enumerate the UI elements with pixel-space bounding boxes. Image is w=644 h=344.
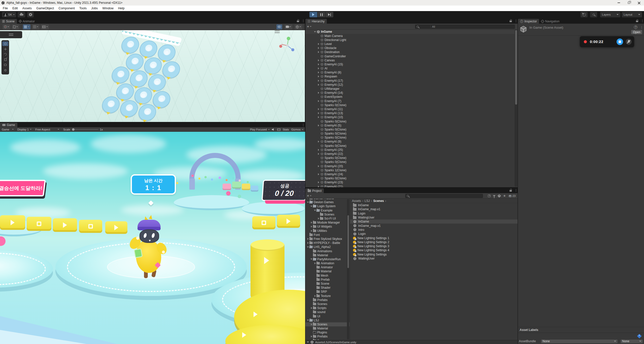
project-tree-item[interactable]: Material — [305, 326, 350, 330]
expand-arrow-icon[interactable] — [317, 124, 320, 126]
hierarchy-item[interactable]: Sparks 0(Clone) — [305, 156, 518, 160]
lock-icon[interactable] — [510, 19, 512, 22]
aspect-ratio-dropdown[interactable]: Free Aspect — [33, 127, 61, 132]
menu-tools[interactable]: Tools — [77, 6, 89, 11]
project-tree-item[interactable]: Material — [305, 269, 350, 273]
project-file[interactable]: WaitingUser — [350, 216, 518, 220]
search-button[interactable] — [590, 12, 597, 17]
scene-visibility-toggle[interactable] — [276, 24, 282, 29]
hierarchy-item[interactable]: Sparks 0(Clone) — [305, 160, 518, 164]
expand-arrow-icon[interactable] — [317, 75, 320, 77]
hierarchy-item[interactable]: UIManager — [305, 87, 518, 91]
hierarchy-item[interactable]: EnemyAI (14) — [305, 91, 518, 95]
tab-project[interactable]: Project — [305, 188, 324, 193]
tab-scene[interactable]: Scene — [0, 19, 17, 24]
plastic-scm-button[interactable] — [27, 12, 34, 17]
project-file[interactable]: New Lighting Settings 4 — [350, 248, 518, 252]
close-button[interactable] — [634, 0, 644, 6]
move-tool-button[interactable] — [2, 47, 8, 51]
hierarchy-item[interactable]: EnemyAI (25) — [305, 148, 518, 152]
project-tree-item[interactable]: Prefabs — [305, 298, 350, 302]
hierarchy-item[interactable]: EnemyAI (10) — [305, 115, 518, 119]
tree-scrollbar[interactable] — [347, 199, 349, 339]
project-tree-item[interactable]: Shader — [305, 286, 350, 290]
project-file[interactable]: New Lighting Settings 1 — [350, 236, 518, 240]
game-viewport[interactable]: 결승선에 도달하라! 남은 시간 1 : 1 성공 0 / 20 — [0, 132, 305, 344]
draw-mode-dropdown[interactable] — [3, 24, 10, 29]
lock-icon[interactable] — [510, 189, 512, 192]
expand-arrow-icon[interactable] — [317, 71, 320, 73]
expand-arrow-icon[interactable] — [313, 295, 316, 297]
hierarchy-item[interactable]: Obstacle — [305, 46, 518, 50]
expand-arrow-icon[interactable] — [310, 206, 313, 207]
expand-arrow-icon[interactable] — [317, 173, 320, 175]
expand-arrow-icon[interactable] — [317, 186, 320, 187]
overlay-handle-icon[interactable] — [275, 31, 280, 33]
account-dropdown[interactable]: SK — [2, 12, 16, 17]
cloud-services-button[interactable] — [18, 12, 25, 17]
expand-arrow-icon[interactable] — [306, 242, 309, 244]
hierarchy-item[interactable]: Directional Light — [305, 38, 518, 42]
hierarchy-item[interactable]: AI — [305, 66, 518, 70]
expand-arrow-icon[interactable] — [313, 262, 316, 264]
hierarchy-search-field[interactable]: All — [415, 25, 515, 29]
project-tree-item[interactable]: Scenes — [305, 302, 350, 306]
undo-history-button[interactable] — [581, 12, 588, 17]
project-tree-item[interactable]: UI — [305, 314, 350, 318]
menu-jobs[interactable]: Jobs — [89, 6, 100, 11]
hierarchy-item[interactable]: EnemyAI (9) — [305, 140, 518, 144]
maximize-button[interactable] — [624, 0, 634, 6]
vsync-icon[interactable] — [277, 128, 280, 131]
hierarchy-item[interactable]: EnemyAI (13) — [305, 111, 518, 115]
expand-arrow-icon[interactable] — [317, 165, 320, 167]
project-tree-item[interactable]: Scripts — [305, 306, 350, 310]
rect-tool-button[interactable] — [2, 63, 8, 67]
project-tree-item[interactable]: Animations — [305, 249, 350, 253]
microphone-muted-button[interactable] — [626, 39, 632, 45]
snap-settings-button[interactable] — [32, 24, 40, 29]
expand-arrow-icon[interactable] — [317, 47, 320, 49]
panel-menu-icon[interactable] — [641, 19, 643, 23]
stop-recording-button[interactable] — [617, 38, 623, 45]
expand-arrow-icon[interactable] — [306, 246, 309, 248]
project-tree-item[interactable]: Utilities — [305, 229, 350, 233]
scene-visibility-dropdown[interactable] — [12, 24, 19, 29]
scrollbar-thumb[interactable] — [515, 30, 517, 105]
hierarchy-item[interactable]: Sparks 0(Clone) — [305, 176, 518, 180]
expand-arrow-icon[interactable] — [317, 218, 320, 220]
project-tree-item[interactable]: LSJ — [305, 318, 350, 322]
gizmos-dropdown[interactable]: Gizmos — [291, 128, 303, 131]
project-tree-item[interactable]: PartyMonsterRun — [305, 257, 350, 261]
project-file[interactable]: New Lighting Settings 2 — [350, 240, 518, 244]
expand-arrow-icon[interactable] — [317, 181, 320, 183]
project-file[interactable]: New Lighting Settings 3 — [350, 244, 518, 248]
grid-visibility-button[interactable] — [23, 24, 30, 29]
expand-arrow-icon[interactable] — [310, 226, 313, 228]
expand-arrow-icon[interactable] — [313, 210, 316, 211]
expand-arrow-icon[interactable] — [306, 320, 309, 321]
menu-component[interactable]: Component — [56, 6, 77, 11]
project-tree-item[interactable]: LHS_Alpha2 — [305, 245, 350, 249]
hierarchy-item[interactable]: Sparks 0(Clone) — [305, 144, 518, 148]
project-tree-item[interactable]: Prefab — [305, 278, 350, 282]
project-tree-item[interactable]: Animation — [305, 261, 350, 265]
project-tree-item[interactable]: Mesh — [305, 274, 350, 278]
project-file[interactable]: New Lighting Settings — [350, 252, 518, 256]
project-file[interactable]: InGame_map.v1 — [350, 207, 518, 211]
search-by-label-icon[interactable] — [497, 194, 501, 198]
hierarchy-item[interactable]: EnemyAI (21) — [305, 184, 518, 187]
breadcrumb-item[interactable]: LSJ — [365, 199, 370, 203]
expand-arrow-icon[interactable] — [306, 199, 309, 199]
expand-arrow-icon[interactable] — [306, 238, 309, 240]
z-axis-ball[interactable] — [291, 48, 294, 51]
expand-arrow-icon[interactable] — [317, 43, 320, 45]
project-file[interactable]: Intro — [350, 228, 518, 232]
open-scene-button[interactable]: Open — [631, 30, 642, 34]
expand-arrow-icon[interactable] — [317, 67, 320, 69]
project-tree-item[interactable]: Scenes — [305, 212, 350, 217]
minimize-button[interactable] — [614, 0, 624, 6]
orientation-overlay-handle[interactable] — [0, 31, 22, 38]
menu-file[interactable]: File — [1, 6, 10, 11]
project-tree-item[interactable]: Material — [305, 253, 350, 257]
hierarchy-item[interactable]: Destination — [305, 50, 518, 54]
